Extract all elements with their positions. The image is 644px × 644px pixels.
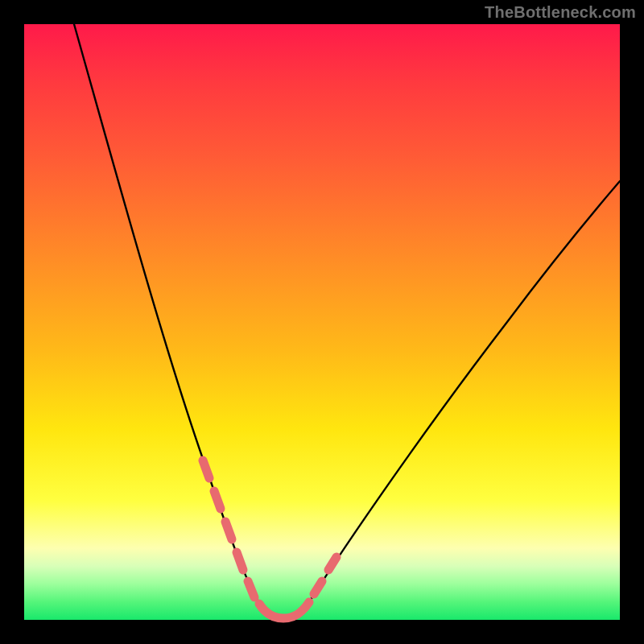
plot-area bbox=[24, 24, 620, 620]
svg-line-5 bbox=[314, 581, 322, 594]
watermark-text: TheBottleneck.com bbox=[485, 3, 636, 22]
overlay-valley bbox=[259, 602, 309, 618]
bottleneck-curve bbox=[74, 24, 620, 618]
svg-line-4 bbox=[248, 581, 254, 597]
svg-line-1 bbox=[214, 491, 221, 509]
svg-line-3 bbox=[237, 552, 243, 570]
curve-svg bbox=[24, 24, 620, 620]
svg-line-2 bbox=[225, 522, 232, 539]
svg-line-0 bbox=[203, 460, 209, 478]
svg-line-6 bbox=[328, 557, 336, 570]
chart-frame: TheBottleneck.com bbox=[0, 0, 644, 644]
